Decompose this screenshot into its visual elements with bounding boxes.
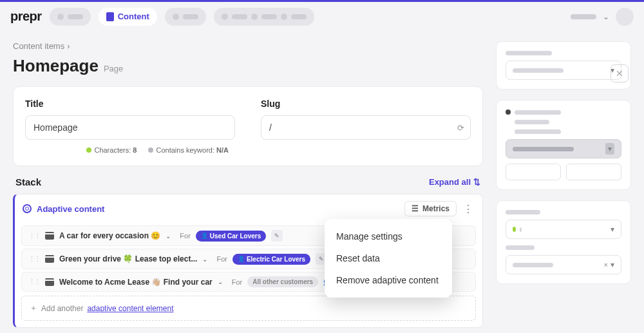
menu-reset-data[interactable]: Reset data	[325, 247, 452, 269]
keyword-status: Contains keyword: N/A	[148, 146, 229, 154]
for-label: For	[180, 232, 191, 240]
nav-pill-placeholder-3[interactable]	[214, 8, 314, 26]
chevron-down-icon[interactable]: ⌄	[166, 233, 171, 240]
slug-input[interactable]	[261, 115, 471, 140]
metrics-button[interactable]: ☰ Metrics	[404, 201, 457, 216]
breadcrumb[interactable]: Content items ›	[13, 41, 483, 51]
avatar[interactable]	[616, 8, 634, 26]
segment-chip-all[interactable]: All other customers	[247, 276, 318, 287]
top-nav: prepr Content ⌄	[0, 0, 644, 31]
block-icon	[45, 232, 54, 240]
adaptive-context-menu: Manage settings Reset data Remove adapti…	[325, 219, 452, 298]
nav-pill-placeholder-1[interactable]	[50, 8, 91, 26]
variant-title: Welcome to Acme Lease 👋🏼 Find your car	[59, 278, 213, 287]
title-input[interactable]	[25, 115, 235, 140]
chevron-down-icon[interactable]: ⌄	[202, 256, 207, 263]
menu-manage-settings[interactable]: Manage settings	[325, 225, 452, 247]
stack-section-title: Stack	[15, 176, 41, 187]
menu-remove-adaptive[interactable]: Remove adaptive content	[325, 269, 452, 291]
chevron-down-icon[interactable]: ⌄	[603, 12, 609, 21]
block-icon	[45, 255, 54, 263]
drag-handle-icon[interactable]: ⋮⋮	[28, 232, 40, 240]
close-button[interactable]: ✕	[611, 64, 629, 82]
side-select[interactable]: ▾	[506, 61, 621, 80]
slug-field-label: Slug	[261, 99, 471, 109]
nav-tab-label: Content	[118, 12, 149, 21]
for-label: For	[232, 278, 243, 286]
char-count: Characters: 8	[86, 146, 137, 154]
side-btn[interactable]	[566, 164, 621, 180]
for-label: For	[216, 255, 227, 263]
expand-icon: ⇅	[473, 177, 480, 187]
edit-icon[interactable]: ✎	[271, 230, 283, 242]
user-icon: 👤	[238, 256, 245, 262]
user-icon: 👤	[201, 233, 208, 239]
side-select-4[interactable]: ×▾	[506, 255, 621, 274]
add-adaptive-link[interactable]: adaptive content element	[87, 304, 173, 313]
page-type-badge: Page	[104, 64, 123, 73]
title-slug-card: Title Characters: 8 Contains keyword: N/…	[13, 86, 483, 166]
side-btn[interactable]	[506, 164, 561, 180]
drag-handle-icon[interactable]: ⋮⋮	[28, 255, 40, 263]
add-prefix: Add another	[41, 304, 83, 313]
chevron-down-icon[interactable]: ⌄	[218, 278, 223, 285]
expand-all-button[interactable]: Expand all ⇅	[429, 177, 480, 187]
add-variant-row[interactable]: ＋ Add another adaptive content element	[21, 296, 476, 321]
brand-logo: prepr	[10, 9, 42, 24]
segment-chip[interactable]: 👤Electric Car Lovers	[232, 254, 310, 265]
drag-handle-icon[interactable]: ⋮⋮	[28, 278, 40, 286]
side-select-dark[interactable]: ▾	[506, 139, 621, 158]
expand-all-label: Expand all	[429, 177, 471, 187]
target-icon	[23, 204, 32, 213]
chevron-right-icon: ›	[67, 41, 70, 51]
breadcrumb-label: Content items	[13, 41, 64, 51]
side-panel-3: ▾ ×▾	[496, 200, 631, 284]
nav-pill-placeholder-2[interactable]	[165, 8, 206, 26]
variant-title: Green your drive 🍀 Lease top elect...	[59, 254, 197, 263]
side-select-status[interactable]: ▾	[506, 220, 621, 239]
side-panel-1: ▾	[496, 41, 631, 90]
more-menu-button[interactable]: ⋮	[462, 203, 475, 215]
variant-title: A car for every occasion 😊	[59, 231, 160, 240]
user-name-placeholder	[571, 14, 596, 19]
side-panel-2: ▾	[496, 100, 631, 190]
title-field-label: Title	[25, 99, 235, 109]
nav-tab-content[interactable]: Content	[99, 8, 157, 26]
bars-icon: ☰	[412, 204, 419, 213]
page-title: Homepage	[13, 56, 99, 76]
plus-icon: ＋	[30, 303, 37, 314]
adaptive-content-label: Adaptive content	[37, 204, 104, 214]
metrics-label: Metrics	[422, 204, 450, 213]
segment-chip[interactable]: 👤Used Car Lovers	[196, 231, 266, 242]
refresh-icon[interactable]: ⟳	[457, 123, 464, 133]
block-icon	[45, 278, 54, 286]
document-icon	[106, 12, 114, 21]
